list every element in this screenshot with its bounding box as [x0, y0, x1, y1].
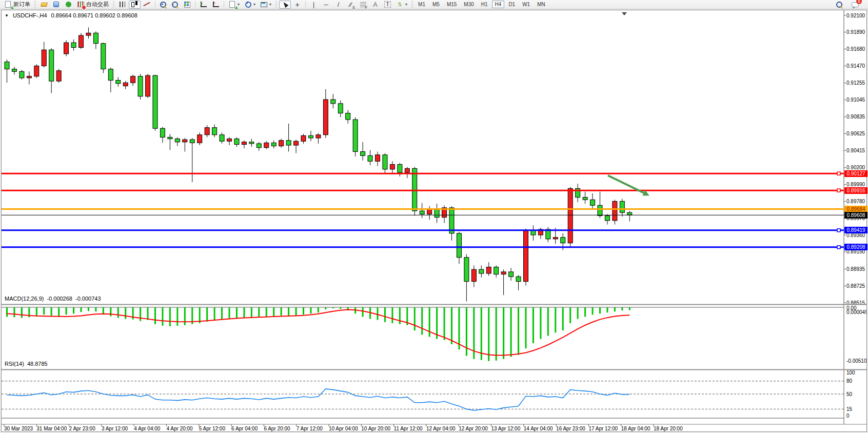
zoom-in-button[interactable]: + [157, 1, 169, 9]
new-order-label: 新订单 [13, 1, 30, 8]
fibonacci-icon: F [359, 1, 367, 8]
svg-text:100: 100 [846, 370, 855, 376]
crosshair-button[interactable]: + [291, 1, 303, 9]
chevron-down-icon: ▾ [269, 2, 271, 7]
timeframe-h4-button[interactable]: H4 [492, 1, 505, 8]
level-price-badge: 0.89208 [844, 244, 867, 250]
auto-trading-button[interactable]: 自动交易 [75, 1, 111, 9]
svg-text:17 Apr 12:00: 17 Apr 12:00 [588, 426, 618, 431]
svg-text:0.90835: 0.90835 [846, 114, 865, 120]
timeframe-m1-button[interactable]: M1 [415, 1, 428, 8]
zoom-in-icon: + [160, 1, 167, 8]
trendline-icon: / [334, 1, 342, 8]
svg-text:12 Apr 04:00: 12 Apr 04:00 [426, 426, 456, 431]
toolbar-separator [195, 1, 195, 8]
svg-text:80: 80 [846, 378, 853, 384]
candlestick-chart-button[interactable] [129, 1, 141, 9]
data-window-button[interactable] [50, 1, 62, 9]
new-order-icon [4, 1, 12, 8]
timeframe-w1-button[interactable]: W1 [519, 1, 533, 8]
svg-text:18 Apr 20:00: 18 Apr 20:00 [654, 426, 683, 431]
notification-badge: 1 [856, 0, 862, 4]
timeframe-m30-button[interactable]: M30 [461, 1, 477, 8]
text-label-icon: T [384, 1, 391, 8]
indicators-button[interactable]: ▾ [226, 1, 242, 9]
timeframe-d1-button[interactable]: D1 [505, 1, 518, 8]
svg-text:0.91680: 0.91680 [846, 46, 865, 52]
bar-chart-button[interactable] [116, 1, 128, 9]
level-price-badge: 0.90127 [844, 170, 867, 177]
macd-name: MACD(12,26,9) [5, 296, 44, 302]
svg-text:0.91890: 0.91890 [846, 29, 865, 35]
chart-title: ▼ USDCHF-,H4 0.89664 0.89671 0.89602 0.8… [5, 12, 137, 18]
chart-shift-icon: + [212, 1, 220, 8]
svg-text:5 Apr 12:00: 5 Apr 12:00 [199, 426, 226, 431]
zoom-out-button[interactable]: - [169, 1, 181, 9]
toolbar-right: 1 [834, 1, 866, 9]
text-button[interactable]: A [369, 1, 381, 9]
auto-scroll-button[interactable]: ▸ [198, 1, 209, 9]
current-price-badge: 0.89608 [844, 212, 867, 219]
data-window-icon [52, 1, 60, 8]
svg-text:10 Apr 04:00: 10 Apr 04:00 [329, 426, 358, 431]
level-price-badge: 0.89916 [844, 187, 867, 194]
svg-text:0.88725: 0.88725 [846, 283, 865, 289]
svg-text:0.91255: 0.91255 [846, 80, 865, 86]
chart-shift-button[interactable]: + [210, 1, 222, 9]
timeframe-m15-button[interactable]: M15 [444, 1, 460, 8]
horizontal-line-button[interactable]: ─ [320, 1, 332, 9]
toolbar-separator [155, 1, 155, 8]
chart-quote: 0.89664 0.89671 0.89602 0.89608 [51, 12, 137, 18]
collapse-triangle-icon[interactable]: ▼ [5, 13, 9, 18]
toolbar-grip [113, 1, 114, 8]
tile-windows-button[interactable] [181, 1, 193, 9]
periods-button[interactable]: ▾ [242, 1, 258, 9]
timeframe-h1-button[interactable]: H1 [478, 1, 491, 8]
macd-signal-value: -0.000743 [75, 296, 101, 302]
vertical-line-button[interactable]: | [308, 1, 320, 9]
notifications-button[interactable]: 1 [849, 1, 861, 9]
equidistant-channel-button[interactable]: ∕∕E [345, 1, 357, 9]
rsi-indicator-label: RSI(14) 48.8785 [5, 361, 48, 367]
svg-text:4 Apr 20:00: 4 Apr 20:00 [167, 426, 193, 431]
fibonacci-button[interactable]: F [357, 1, 369, 9]
rsi-value: 48.8785 [27, 361, 48, 367]
clock-icon [244, 1, 252, 8]
text-label-button[interactable]: T [382, 1, 393, 9]
trendline-button[interactable]: / [332, 1, 344, 9]
timeframe-m5-button[interactable]: M5 [429, 1, 443, 8]
svg-text:14 Apr 04:00: 14 Apr 04:00 [524, 426, 553, 431]
line-chart-button[interactable] [141, 1, 153, 9]
arrows-button[interactable]: ⇅▾ [394, 1, 409, 9]
toolbar-separator [305, 1, 306, 8]
timeframe-mn-button[interactable]: MN [534, 1, 548, 8]
market-watch-icon [40, 1, 48, 8]
templates-button[interactable]: ▾ [258, 1, 273, 9]
toolbar-grip [34, 1, 36, 8]
svg-text:7 Apr 12:00: 7 Apr 12:00 [297, 426, 323, 431]
svg-text:0.90415: 0.90415 [846, 148, 865, 153]
chart-window[interactable]: ▼ USDCHF-,H4 0.89664 0.89671 0.89602 0.8… [1, 10, 867, 432]
search-button[interactable] [834, 1, 845, 9]
vertical-line-icon: | [310, 1, 318, 8]
svg-text:0: 0 [846, 413, 850, 419]
cursor-button[interactable] [279, 1, 291, 9]
signal-icon [65, 1, 72, 8]
search-icon [836, 1, 843, 8]
auto-scroll-icon: ▸ [200, 1, 207, 8]
cursor-icon [281, 1, 289, 8]
template-icon [260, 1, 268, 8]
market-watch-button[interactable] [38, 1, 50, 9]
svg-text:6 Apr 20:00: 6 Apr 20:00 [264, 426, 290, 431]
svg-text:15: 15 [846, 406, 853, 412]
auto-trading-label: 自动交易 [86, 1, 109, 8]
arrows-icon: ⇅ [396, 1, 404, 8]
svg-text:2 Apr 23:00: 2 Apr 23:00 [69, 426, 96, 431]
navigator-button[interactable] [63, 1, 74, 9]
svg-text:13 Apr 12:00: 13 Apr 12:00 [491, 426, 521, 431]
toolbar-separator [224, 1, 224, 8]
new-order-button[interactable]: 新订单 [2, 1, 32, 9]
toolbar-grip [275, 1, 277, 8]
price-chart-canvas[interactable]: 0.921000.918900.916800.914700.912550.910… [2, 10, 866, 431]
svg-text:0.000049: 0.000049 [846, 309, 866, 315]
